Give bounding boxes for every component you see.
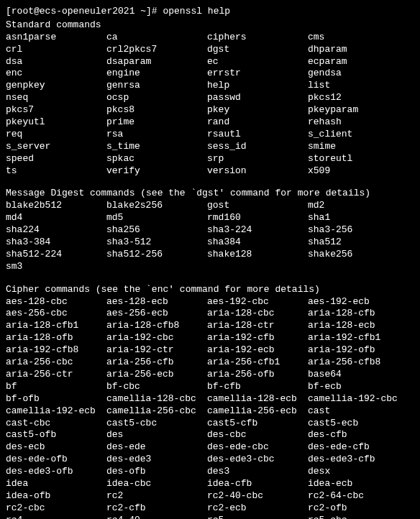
command-name: md4 [6, 212, 106, 224]
command-name: rc2-64-cbc [308, 490, 414, 502]
command-name: rc2-cbc [6, 502, 106, 515]
command-name: cast5-ecb [308, 418, 414, 430]
command-grid: aes-128-cbcaes-128-ecbaes-192-cbcaes-192… [6, 296, 414, 519]
command-name: cast5-cbc [106, 418, 207, 430]
command-name: rehash [308, 116, 414, 129]
shell-prompt[interactable]: [root@ecs-openeuler2021 ~]# openssl help [6, 6, 414, 18]
command-name: des3 [207, 466, 308, 478]
command-name: pkey [207, 104, 308, 116]
command-name: rc4-40 [106, 515, 207, 519]
command-name: engine [106, 68, 207, 80]
command-name: aes-192-ecb [308, 296, 414, 308]
command-name: rc2-cfb [106, 502, 207, 515]
command-name: aria-256-ecb [106, 369, 207, 381]
command-name: aria-256-ctr [6, 369, 106, 381]
command-name: pkcs12 [308, 92, 414, 104]
command-name: aes-256-ecb [106, 308, 207, 320]
command-name: genpkey [6, 80, 106, 92]
command-name: aria-192-ecb [207, 344, 308, 357]
command-name: pkcs8 [106, 104, 207, 116]
command-name [207, 261, 308, 273]
command-name: ciphers [207, 32, 308, 44]
blank-line [6, 273, 414, 283]
command-name: idea [6, 478, 106, 490]
command-name: des-ede3 [106, 454, 207, 466]
command-name: enc [6, 68, 106, 80]
command-name: cast5-cfb [207, 418, 308, 430]
command-name: crl2pkcs7 [106, 44, 207, 56]
command-name: rc5 [207, 515, 308, 519]
command-name: camellia-256-ecb [207, 405, 308, 418]
command-name: des-ofb [106, 466, 207, 478]
command-name: camellia-128-cbc [106, 393, 207, 405]
command-name: prime [106, 116, 207, 129]
command-name: sha512-256 [106, 249, 207, 261]
command-name: idea-cfb [207, 478, 308, 490]
command-grid: asn1parsecacipherscmscrlcrl2pkcs7dgstdhp… [6, 32, 414, 178]
command-name: des-ede [106, 441, 207, 454]
command-name: req [6, 129, 106, 141]
command-name: passwd [207, 92, 308, 104]
command-name: cast-cbc [6, 418, 106, 430]
command-name: sha3-224 [207, 224, 308, 236]
command-grid: blake2b512blake2s256gostmd2md4md5rmd160s… [6, 200, 414, 272]
command-name: cms [308, 32, 414, 44]
command-name: cast [308, 405, 414, 418]
command-name: des [106, 429, 207, 441]
command-name: bf-cfb [207, 381, 308, 393]
command-name: sha3-384 [6, 236, 106, 249]
command-name: sha384 [207, 236, 308, 249]
command-name: aria-192-cbc [106, 332, 207, 344]
command-name: aria-128-ecb [308, 320, 414, 332]
command-name: verify [106, 165, 207, 178]
command-name: sess_id [207, 141, 308, 153]
section-header: Cipher commands (see the `enc' command f… [6, 284, 414, 296]
command-name: rsa [106, 129, 207, 141]
command-name: md2 [308, 200, 414, 212]
command-name: ecparam [308, 56, 414, 68]
command-name: des-ede3-cbc [207, 454, 308, 466]
command-name: dhparam [308, 44, 414, 56]
command-name: idea-ecb [308, 478, 414, 490]
command-name: aria-256-ofb [207, 369, 308, 381]
command-name: dgst [207, 44, 308, 56]
command-name: aria-128-cfb1 [6, 320, 106, 332]
command-name: list [308, 80, 414, 92]
command-name: dsaparam [106, 56, 207, 68]
command-name: rc2-40-cbc [207, 490, 308, 502]
command-name: idea-cbc [106, 478, 207, 490]
command-name: speed [6, 153, 106, 165]
command-name: version [207, 165, 308, 178]
command-name: aria-192-cfb8 [6, 344, 106, 357]
command-name: rc2 [106, 490, 207, 502]
command-name: rmd160 [207, 212, 308, 224]
command-name: asn1parse [6, 32, 106, 44]
command-name: desx [308, 466, 414, 478]
command-name: gendsa [308, 68, 414, 80]
command-name: rc5-cbc [308, 515, 414, 519]
command-name: blake2b512 [6, 200, 106, 212]
command-name: ts [6, 165, 106, 178]
command-name: rc2-ecb [207, 502, 308, 515]
command-name: des-ede-ofb [6, 454, 106, 466]
command-name: spkac [106, 153, 207, 165]
command-name: storeutl [308, 153, 414, 165]
command-name: s_time [106, 141, 207, 153]
command-name: ocsp [106, 92, 207, 104]
command-name: sha3-256 [308, 224, 414, 236]
command-name: des-ede3-cfb [308, 454, 414, 466]
command-name: sha224 [6, 224, 106, 236]
command-name: bf-ofb [6, 393, 106, 405]
command-name: bf-cbc [106, 381, 207, 393]
command-name: idea-ofb [6, 490, 106, 502]
command-name: dsa [6, 56, 106, 68]
command-name: ec [207, 56, 308, 68]
command-name: des-ede3-ofb [6, 466, 106, 478]
command-name: smime [308, 141, 414, 153]
command-name: rand [207, 116, 308, 129]
command-name: cast5-ofb [6, 429, 106, 441]
command-name: pkeyparam [308, 104, 414, 116]
command-name: aria-192-cfb [207, 332, 308, 344]
command-name: aria-128-cfb8 [106, 320, 207, 332]
command-name: camellia-192-ecb [6, 405, 106, 418]
